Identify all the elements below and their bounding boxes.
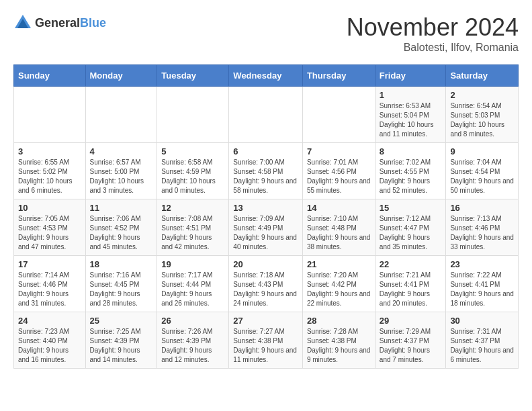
- day-number: 15: [380, 203, 442, 213]
- weekday-header: Friday: [375, 65, 446, 87]
- day-info: Sunrise: 7:18 AMSunset: 4:43 PMDaylight:…: [233, 271, 298, 308]
- day-number: 21: [307, 259, 371, 269]
- day-info: Sunrise: 7:25 AMSunset: 4:39 PMDaylight:…: [90, 327, 153, 365]
- day-info: Sunrise: 7:23 AMSunset: 4:40 PMDaylight:…: [18, 327, 81, 365]
- calendar-cell: 28Sunrise: 7:28 AMSunset: 4:38 PMDayligh…: [302, 312, 375, 369]
- day-number: 4: [90, 146, 153, 156]
- day-info: Sunrise: 7:02 AMSunset: 4:55 PMDaylight:…: [380, 158, 442, 195]
- day-number: 6: [233, 146, 298, 156]
- day-info: Sunrise: 6:57 AMSunset: 5:00 PMDaylight:…: [90, 158, 153, 195]
- day-info: Sunrise: 7:09 AMSunset: 4:49 PMDaylight:…: [233, 214, 298, 252]
- day-info: Sunrise: 7:21 AMSunset: 4:41 PMDaylight:…: [380, 271, 442, 308]
- location-title: Balotesti, Ilfov, Romania: [347, 42, 519, 54]
- day-info: Sunrise: 6:54 AMSunset: 5:03 PMDaylight:…: [450, 101, 514, 139]
- day-info: Sunrise: 7:26 AMSunset: 4:39 PMDaylight:…: [161, 327, 224, 365]
- calendar-cell: 4Sunrise: 6:57 AMSunset: 5:00 PMDaylight…: [85, 143, 157, 199]
- calendar-cell: 3Sunrise: 6:55 AMSunset: 5:02 PMDaylight…: [14, 143, 86, 199]
- logo-blue: Blue: [80, 16, 106, 30]
- day-info: Sunrise: 7:31 AMSunset: 4:37 PMDaylight:…: [450, 327, 514, 365]
- calendar-cell: 15Sunrise: 7:12 AMSunset: 4:47 PMDayligh…: [375, 199, 446, 256]
- logo-general: General: [35, 16, 80, 30]
- calendar-cell: 14Sunrise: 7:10 AMSunset: 4:48 PMDayligh…: [302, 199, 375, 256]
- calendar-cell: 13Sunrise: 7:09 AMSunset: 4:49 PMDayligh…: [229, 199, 303, 256]
- day-info: Sunrise: 7:22 AMSunset: 4:41 PMDaylight:…: [450, 271, 514, 308]
- calendar-cell: 19Sunrise: 7:17 AMSunset: 4:44 PMDayligh…: [157, 256, 229, 312]
- calendar-cell: 8Sunrise: 7:02 AMSunset: 4:55 PMDaylight…: [375, 143, 446, 199]
- day-number: 8: [380, 146, 442, 156]
- calendar-cell: 9Sunrise: 7:04 AMSunset: 4:54 PMDaylight…: [446, 143, 519, 199]
- calendar-body: 1Sunrise: 6:53 AMSunset: 5:04 PMDaylight…: [14, 87, 519, 369]
- day-info: Sunrise: 7:12 AMSunset: 4:47 PMDaylight:…: [380, 214, 442, 252]
- logo: GeneralBlue: [13, 13, 106, 32]
- day-number: 28: [307, 316, 371, 326]
- logo-text: GeneralBlue: [35, 17, 106, 30]
- day-number: 30: [450, 316, 514, 326]
- day-number: 22: [380, 259, 442, 269]
- calendar-cell: 7Sunrise: 7:01 AMSunset: 4:56 PMDaylight…: [302, 143, 375, 199]
- weekday-header: Wednesday: [229, 65, 303, 87]
- day-info: Sunrise: 7:01 AMSunset: 4:56 PMDaylight:…: [307, 158, 371, 195]
- calendar-cell: 29Sunrise: 7:29 AMSunset: 4:37 PMDayligh…: [375, 312, 446, 369]
- day-info: Sunrise: 6:53 AMSunset: 5:04 PMDaylight:…: [380, 101, 442, 139]
- weekday-header: Thursday: [302, 65, 375, 87]
- header: GeneralBlue November 2024 Balotesti, Ilf…: [13, 13, 519, 54]
- calendar-cell: 25Sunrise: 7:25 AMSunset: 4:39 PMDayligh…: [85, 312, 157, 369]
- calendar-cell: 6Sunrise: 7:00 AMSunset: 4:58 PMDaylight…: [229, 143, 303, 199]
- day-number: 13: [233, 203, 298, 213]
- day-number: 3: [18, 146, 81, 156]
- day-info: Sunrise: 7:10 AMSunset: 4:48 PMDaylight:…: [307, 214, 371, 252]
- calendar-cell: 5Sunrise: 6:58 AMSunset: 4:59 PMDaylight…: [157, 143, 229, 199]
- calendar-cell: [302, 87, 375, 143]
- calendar-week-row: 17Sunrise: 7:14 AMSunset: 4:46 PMDayligh…: [14, 256, 519, 312]
- day-number: 2: [450, 90, 514, 100]
- calendar-header: SundayMondayTuesdayWednesdayThursdayFrid…: [14, 65, 519, 87]
- calendar-cell: 11Sunrise: 7:06 AMSunset: 4:52 PMDayligh…: [85, 199, 157, 256]
- calendar-cell: 2Sunrise: 6:54 AMSunset: 5:03 PMDaylight…: [446, 87, 519, 143]
- calendar-cell: 26Sunrise: 7:26 AMSunset: 4:39 PMDayligh…: [157, 312, 229, 369]
- weekday-header-row: SundayMondayTuesdayWednesdayThursdayFrid…: [14, 65, 519, 87]
- calendar-cell: 10Sunrise: 7:05 AMSunset: 4:53 PMDayligh…: [14, 199, 86, 256]
- calendar-cell: [157, 87, 229, 143]
- day-info: Sunrise: 7:17 AMSunset: 4:44 PMDaylight:…: [161, 271, 224, 308]
- day-info: Sunrise: 7:29 AMSunset: 4:37 PMDaylight:…: [380, 327, 442, 365]
- title-area: November 2024 Balotesti, Ilfov, Romania: [347, 13, 519, 54]
- calendar-cell: 23Sunrise: 7:22 AMSunset: 4:41 PMDayligh…: [446, 256, 519, 312]
- calendar-cell: 22Sunrise: 7:21 AMSunset: 4:41 PMDayligh…: [375, 256, 446, 312]
- day-number: 5: [161, 146, 224, 156]
- day-number: 17: [18, 259, 81, 269]
- calendar-cell: 21Sunrise: 7:20 AMSunset: 4:42 PMDayligh…: [302, 256, 375, 312]
- calendar-cell: [14, 87, 86, 143]
- weekday-header: Monday: [85, 65, 157, 87]
- weekday-header: Saturday: [446, 65, 519, 87]
- day-info: Sunrise: 7:28 AMSunset: 4:38 PMDaylight:…: [307, 327, 371, 365]
- day-number: 27: [233, 316, 298, 326]
- calendar-cell: 16Sunrise: 7:13 AMSunset: 4:46 PMDayligh…: [446, 199, 519, 256]
- day-number: 9: [450, 146, 514, 156]
- day-info: Sunrise: 7:14 AMSunset: 4:46 PMDaylight:…: [18, 271, 81, 308]
- calendar-cell: 1Sunrise: 6:53 AMSunset: 5:04 PMDaylight…: [375, 87, 446, 143]
- day-number: 26: [161, 316, 224, 326]
- calendar-cell: 24Sunrise: 7:23 AMSunset: 4:40 PMDayligh…: [14, 312, 86, 369]
- weekday-header: Tuesday: [157, 65, 229, 87]
- logo-icon: [13, 13, 32, 32]
- calendar-week-row: 1Sunrise: 6:53 AMSunset: 5:04 PMDaylight…: [14, 87, 519, 143]
- calendar-cell: 27Sunrise: 7:27 AMSunset: 4:38 PMDayligh…: [229, 312, 303, 369]
- calendar-cell: 30Sunrise: 7:31 AMSunset: 4:37 PMDayligh…: [446, 312, 519, 369]
- calendar-week-row: 10Sunrise: 7:05 AMSunset: 4:53 PMDayligh…: [14, 199, 519, 256]
- day-info: Sunrise: 7:04 AMSunset: 4:54 PMDaylight:…: [450, 158, 514, 195]
- calendar: SundayMondayTuesdayWednesdayThursdayFrid…: [13, 64, 519, 369]
- day-info: Sunrise: 7:16 AMSunset: 4:45 PMDaylight:…: [90, 271, 153, 308]
- calendar-cell: 18Sunrise: 7:16 AMSunset: 4:45 PMDayligh…: [85, 256, 157, 312]
- day-info: Sunrise: 7:13 AMSunset: 4:46 PMDaylight:…: [450, 214, 514, 252]
- day-info: Sunrise: 7:06 AMSunset: 4:52 PMDaylight:…: [90, 214, 153, 252]
- calendar-cell: 17Sunrise: 7:14 AMSunset: 4:46 PMDayligh…: [14, 256, 86, 312]
- day-number: 23: [450, 259, 514, 269]
- weekday-header: Sunday: [14, 65, 86, 87]
- day-number: 16: [450, 203, 514, 213]
- day-number: 29: [380, 316, 442, 326]
- calendar-cell: 12Sunrise: 7:08 AMSunset: 4:51 PMDayligh…: [157, 199, 229, 256]
- day-info: Sunrise: 7:20 AMSunset: 4:42 PMDaylight:…: [307, 271, 371, 308]
- day-number: 25: [90, 316, 153, 326]
- calendar-week-row: 3Sunrise: 6:55 AMSunset: 5:02 PMDaylight…: [14, 143, 519, 199]
- calendar-cell: 20Sunrise: 7:18 AMSunset: 4:43 PMDayligh…: [229, 256, 303, 312]
